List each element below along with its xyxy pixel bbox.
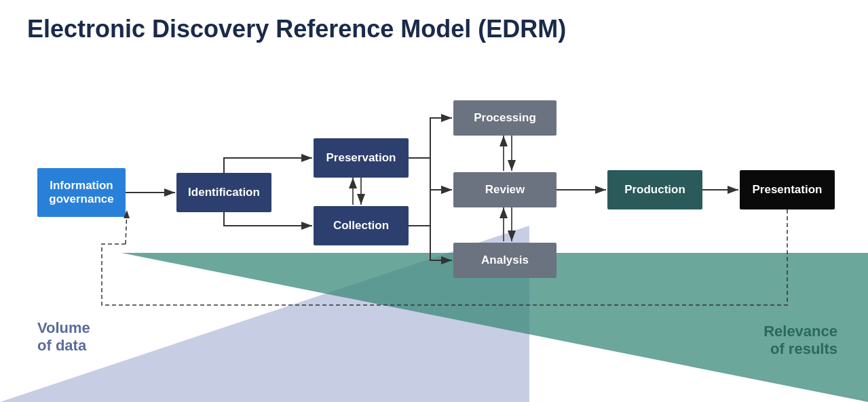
relevance-label: Relevanceof results xyxy=(763,323,837,358)
arrow-pres-to-review xyxy=(409,158,452,190)
box-production: Production xyxy=(607,170,702,209)
box-analysis: Analysis xyxy=(453,243,556,278)
box-processing: Processing xyxy=(453,100,556,136)
box-review: Review xyxy=(453,172,556,207)
box-collection: Collection xyxy=(314,206,409,245)
box-info-governance: Information governance xyxy=(37,168,126,217)
box-preservation: Preservation xyxy=(314,138,409,178)
arrow-coll-to-review xyxy=(409,190,452,226)
page-title: Electronic Discovery Reference Model (ED… xyxy=(27,15,566,43)
box-presentation: Presentation xyxy=(740,170,835,209)
box-identification: Identification xyxy=(176,173,271,212)
page-container: Electronic Discovery Reference Model (ED… xyxy=(0,0,868,402)
arrow-pres-to-proc xyxy=(409,118,452,158)
volume-label: Volumeof data xyxy=(37,319,90,355)
arrow-id-to-collection xyxy=(224,212,312,226)
arrow-id-to-preservation xyxy=(224,158,312,173)
